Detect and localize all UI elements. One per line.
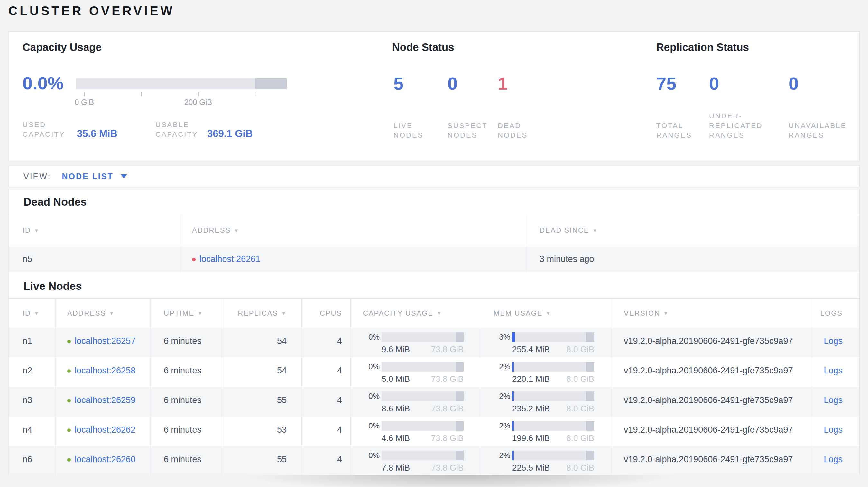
stat-block: 0 UNDER- REPLICATED RANGES bbox=[709, 74, 788, 140]
logs-link[interactable]: Logs bbox=[824, 455, 843, 464]
column-header-capacity-usage[interactable]: CAPACITY USAGE ▼ bbox=[350, 298, 481, 328]
live-nodes-heading: Live Nodes bbox=[24, 279, 859, 293]
memory-percent: 3% bbox=[494, 333, 510, 342]
column-header-dead-since[interactable]: DEAD SINCE ▼ bbox=[526, 214, 859, 247]
capacity-used-value: 8.6 MiB bbox=[381, 404, 410, 414]
node-address-link[interactable]: localhost:26261 bbox=[199, 254, 260, 264]
cpus-cell: 4 bbox=[302, 387, 350, 417]
memory-mini-bar bbox=[512, 421, 594, 431]
live-nodes-rows: n1 localhost:26257 6 minutes 54 4 0% bbox=[9, 328, 859, 476]
stat-value: 5 bbox=[394, 74, 447, 93]
page-bottom-shadow bbox=[0, 475, 868, 487]
node-address-cell: localhost:26259 bbox=[55, 387, 150, 417]
cluster-summary-card: Capacity Usage 0.0% 0 GiB 200 GiB USED C… bbox=[8, 31, 860, 161]
capacity-usage-cell: 0% 9.6 MiB 73.8 GiB bbox=[350, 328, 481, 357]
node-address-link[interactable]: localhost:26258 bbox=[75, 366, 135, 376]
capacity-percent: 0% bbox=[363, 333, 380, 342]
capacity-used-value: 4.6 MiB bbox=[381, 433, 410, 443]
memory-percent: 2% bbox=[494, 362, 510, 371]
logs-link[interactable]: Logs bbox=[824, 425, 843, 435]
live-status-dot-icon bbox=[67, 458, 71, 462]
node-address-link[interactable]: localhost:26259 bbox=[75, 395, 135, 405]
uptime-cell: 6 minutes bbox=[150, 328, 222, 357]
capacity-total-value: 73.8 GiB bbox=[431, 463, 464, 473]
column-header-id[interactable]: ID ▼ bbox=[9, 298, 55, 328]
sort-desc-icon: ▼ bbox=[109, 311, 115, 316]
column-header-logs: LOGS bbox=[811, 298, 859, 328]
mem-usage-cell: 2% 235.2 MiB 8.0 GiB bbox=[481, 387, 612, 417]
cpus-cell: 4 bbox=[302, 446, 350, 476]
axis-tick bbox=[84, 92, 85, 97]
capacity-reserved-segment bbox=[456, 451, 464, 460]
capacity-percent: 0% bbox=[363, 362, 380, 371]
replication-status-title: Replication Status bbox=[656, 41, 749, 54]
node-id-cell: n1 bbox=[9, 328, 55, 357]
capacity-total-value: 73.8 GiB bbox=[431, 433, 464, 443]
axis-tick bbox=[198, 92, 198, 97]
view-mode-dropdown[interactable]: NODE LIST bbox=[62, 172, 113, 181]
memory-total-value: 8.0 GiB bbox=[566, 345, 594, 355]
version-cell: v19.2.0-alpha.20190606-2491-gfe735c9a97 bbox=[612, 387, 811, 417]
dead-since-cell: 3 minutes ago bbox=[526, 247, 859, 272]
dead-nodes-table: ID ▼ ADDRESS ▼ DEAD SINCE ▼ n5 localhost… bbox=[9, 214, 859, 272]
cpus-cell: 4 bbox=[302, 357, 350, 387]
stat-label: TOTAL RANGES bbox=[656, 121, 692, 140]
dead-nodes-heading: Dead Nodes bbox=[24, 190, 859, 209]
memory-reserved-segment bbox=[586, 421, 594, 431]
memory-used-value: 235.2 MiB bbox=[512, 404, 550, 414]
nodes-tables-card: Dead Nodes ID ▼ ADDRESS ▼ DEAD SINCE ▼ n… bbox=[8, 189, 860, 475]
uptime-cell: 6 minutes bbox=[150, 417, 222, 446]
logs-link[interactable]: Logs bbox=[824, 395, 843, 405]
capacity-used-value: 9.6 MiB bbox=[381, 345, 410, 355]
node-address-cell: localhost:26260 bbox=[55, 446, 150, 476]
live-node-row: n1 localhost:26257 6 minutes 54 4 0% bbox=[9, 328, 859, 357]
node-address-cell: localhost:26262 bbox=[55, 417, 150, 446]
cpus-cell: 4 bbox=[302, 328, 350, 357]
capacity-reserved-segment bbox=[456, 332, 464, 342]
column-header-replicas[interactable]: REPLICAS ▼ bbox=[222, 298, 302, 328]
logs-cell: Logs bbox=[811, 417, 859, 446]
replicas-cell: 54 bbox=[222, 328, 302, 357]
scroll-shadow bbox=[235, 475, 685, 487]
column-header-address[interactable]: ADDRESS ▼ bbox=[180, 214, 526, 247]
memory-used-value: 255.4 MiB bbox=[512, 345, 550, 355]
node-id-cell: n4 bbox=[9, 417, 55, 446]
sort-desc-icon: ▼ bbox=[197, 311, 203, 316]
column-header-id[interactable]: ID ▼ bbox=[9, 214, 180, 247]
column-header-version[interactable]: VERSION ▼ bbox=[612, 298, 811, 328]
stat-label: UNAVAILABLE RANGES bbox=[788, 121, 846, 140]
column-header-mem-usage[interactable]: MEM USAGE ▼ bbox=[481, 298, 612, 328]
live-node-row: n4 localhost:26262 6 minutes 53 4 0% bbox=[9, 417, 859, 446]
node-address-link[interactable]: localhost:26262 bbox=[75, 425, 135, 434]
stat-block: 5 LIVE NODES bbox=[394, 74, 447, 140]
memory-fill bbox=[512, 451, 514, 460]
axis-tick bbox=[141, 92, 142, 97]
node-address-cell: localhost:26261 bbox=[180, 247, 526, 272]
sort-desc-icon: ▼ bbox=[34, 228, 39, 233]
memory-fill bbox=[512, 332, 515, 342]
node-address-link[interactable]: localhost:26257 bbox=[75, 336, 135, 346]
memory-used-value: 225.5 MiB bbox=[512, 463, 550, 473]
stat-value: 1 bbox=[498, 74, 562, 93]
node-id-cell: n6 bbox=[9, 446, 55, 476]
logs-link[interactable]: Logs bbox=[824, 336, 843, 346]
node-address-link[interactable]: localhost:26260 bbox=[75, 455, 135, 464]
stat-label: UNDER- REPLICATED RANGES bbox=[709, 111, 763, 140]
column-header-uptime[interactable]: UPTIME ▼ bbox=[150, 298, 222, 328]
logs-link[interactable]: Logs bbox=[824, 366, 843, 376]
stat-value: 0 bbox=[788, 74, 868, 93]
memory-percent: 2% bbox=[494, 421, 510, 430]
capacity-usage-bar bbox=[76, 78, 287, 90]
node-address-cell: localhost:26257 bbox=[55, 328, 150, 357]
axis-tick-label-0: 0 GiB bbox=[59, 98, 110, 107]
capacity-usage-title: Capacity Usage bbox=[23, 41, 102, 54]
column-header-address[interactable]: ADDRESS ▼ bbox=[55, 298, 150, 328]
capacity-mini-bar bbox=[381, 391, 464, 401]
memory-total-value: 8.0 GiB bbox=[566, 374, 594, 384]
memory-mini-bar bbox=[512, 332, 594, 342]
mem-usage-cell: 2% 220.1 MiB 8.0 GiB bbox=[481, 357, 612, 387]
version-cell: v19.2.0-alpha.20190606-2491-gfe735c9a97 bbox=[612, 417, 811, 446]
chevron-down-icon[interactable] bbox=[121, 174, 127, 178]
capacity-usage-cell: 0% 4.6 MiB 73.8 GiB bbox=[350, 417, 481, 446]
node-status-stats: 5 LIVE NODES 0 SUSPECT NODES 1 DEAD NODE… bbox=[394, 74, 562, 140]
